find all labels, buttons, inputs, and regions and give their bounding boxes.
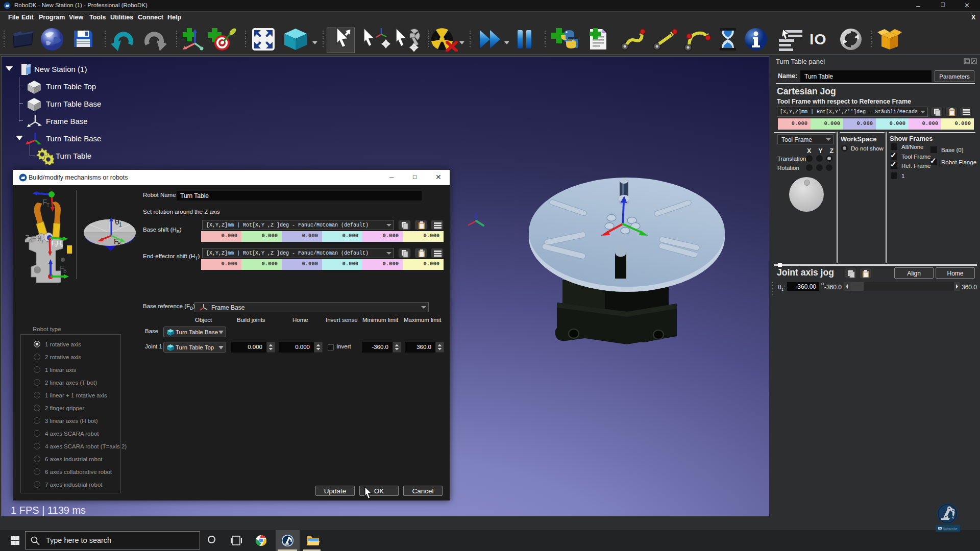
svg-text:1: 1 [41, 239, 44, 244]
svg-text:=: = [32, 234, 36, 242]
svg-text:T: T [46, 203, 50, 208]
svg-text:1: 1 [119, 222, 122, 228]
svg-text:0: 0 [61, 243, 63, 248]
svg-text:B: B [117, 241, 121, 247]
svg-text:0: 0 [29, 238, 32, 243]
svg-text:Subscribe: Subscribe [943, 527, 958, 531]
svg-text:B: B [63, 268, 67, 274]
